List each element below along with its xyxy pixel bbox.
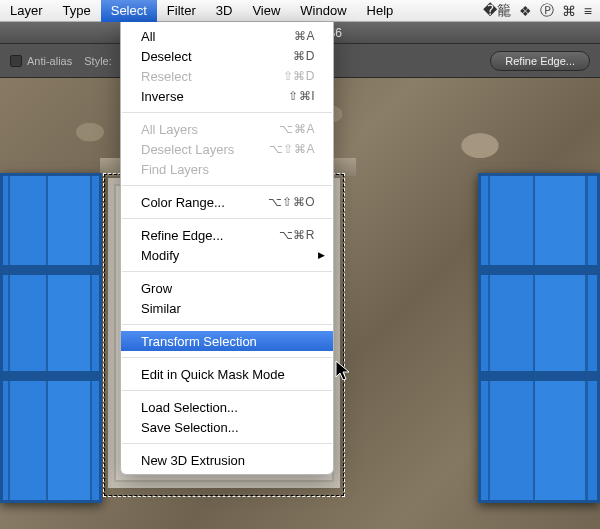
- menu-separator: [122, 271, 332, 272]
- menu-item-deselect-layers: Deselect Layers⌥⇧⌘A: [121, 139, 333, 159]
- menu-item-all[interactable]: All⌘A: [121, 26, 333, 46]
- menu-item-label: Grow: [141, 281, 315, 296]
- menu-layer[interactable]: Layer: [0, 0, 53, 22]
- menu-item-save-selection[interactable]: Save Selection...: [121, 417, 333, 437]
- menubar-tray: �籠 ❖ Ⓟ ⌘ ≡: [483, 2, 600, 20]
- menu-item-deselect[interactable]: Deselect⌘D: [121, 46, 333, 66]
- menu-item-shortcut: ⇧⌘D: [283, 69, 315, 83]
- menu-item-refine-edge[interactable]: Refine Edge...⌥⌘R: [121, 225, 333, 245]
- notifications-icon[interactable]: ≡: [584, 3, 592, 19]
- menu-item-label: All: [141, 29, 294, 44]
- anti-alias-checkbox[interactable]: [10, 55, 22, 67]
- dropbox-icon[interactable]: ❖: [519, 3, 532, 19]
- refine-edge-button[interactable]: Refine Edge...: [490, 51, 590, 71]
- menu-item-label: Inverse: [141, 89, 288, 104]
- menu-item-similar[interactable]: Similar: [121, 298, 333, 318]
- creative-cloud-icon[interactable]: ⌘: [562, 3, 576, 19]
- mac-menubar: Layer Type Select Filter 3D View Window …: [0, 0, 600, 22]
- menu-separator: [122, 390, 332, 391]
- menu-item-find-layers: Find Layers: [121, 159, 333, 179]
- menu-item-label: Similar: [141, 301, 315, 316]
- menu-item-label: Modify: [141, 248, 315, 263]
- menu-item-modify[interactable]: Modify: [121, 245, 333, 265]
- menu-select[interactable]: Select: [101, 0, 157, 22]
- menu-item-label: Reselect: [141, 69, 283, 84]
- menu-item-shortcut: ⌥⇧⌘O: [268, 195, 315, 209]
- select-menu-dropdown: All⌘ADeselect⌘DReselect⇧⌘DInverse⇧⌘IAll …: [120, 22, 334, 475]
- menu-item-label: Deselect Layers: [141, 142, 269, 157]
- menu-item-shortcut: ⌥⌘R: [279, 228, 315, 242]
- menu-filter[interactable]: Filter: [157, 0, 206, 22]
- menu-item-inverse[interactable]: Inverse⇧⌘I: [121, 86, 333, 106]
- menu-item-label: Deselect: [141, 49, 293, 64]
- menu-separator: [122, 357, 332, 358]
- menu-help[interactable]: Help: [357, 0, 404, 22]
- anti-alias-label: Anti-alias: [27, 55, 72, 67]
- photo-shutter-right: [478, 173, 600, 503]
- menu-item-label: Save Selection...: [141, 420, 315, 435]
- photo-shutter-left: [0, 173, 102, 503]
- menu-item-edit-in-quick-mask-mode[interactable]: Edit in Quick Mask Mode: [121, 364, 333, 384]
- menu-item-label: Refine Edge...: [141, 228, 279, 243]
- menu-separator: [122, 443, 332, 444]
- menu-item-shortcut: ⌘A: [294, 29, 315, 43]
- menu-separator: [122, 218, 332, 219]
- menu-window[interactable]: Window: [290, 0, 356, 22]
- menu-separator: [122, 324, 332, 325]
- menu-item-label: Edit in Quick Mask Mode: [141, 367, 315, 382]
- cloud-icon[interactable]: �籠: [483, 2, 511, 20]
- menu-view[interactable]: View: [242, 0, 290, 22]
- menu-item-transform-selection[interactable]: Transform Selection: [121, 331, 333, 351]
- menu-item-shortcut: ⌥⇧⌘A: [269, 142, 315, 156]
- wacom-icon[interactable]: Ⓟ: [540, 2, 554, 20]
- menu-item-label: New 3D Extrusion: [141, 453, 315, 468]
- menu-item-grow[interactable]: Grow: [121, 278, 333, 298]
- menu-item-shortcut: ⌘D: [293, 49, 315, 63]
- menu-item-label: Transform Selection: [141, 334, 315, 349]
- menu-item-label: Find Layers: [141, 162, 315, 177]
- menu-item-load-selection[interactable]: Load Selection...: [121, 397, 333, 417]
- menu-item-shortcut: ⌥⌘A: [279, 122, 315, 136]
- menu-item-shortcut: ⇧⌘I: [288, 89, 315, 103]
- menu-3d[interactable]: 3D: [206, 0, 243, 22]
- anti-alias-option[interactable]: Anti-alias: [10, 55, 72, 67]
- menu-separator: [122, 112, 332, 113]
- menu-item-reselect: Reselect⇧⌘D: [121, 66, 333, 86]
- menu-separator: [122, 185, 332, 186]
- menu-item-label: All Layers: [141, 122, 279, 137]
- style-label: Style:: [84, 55, 112, 67]
- menu-item-new-3d-extrusion[interactable]: New 3D Extrusion: [121, 450, 333, 470]
- menu-item-label: Load Selection...: [141, 400, 315, 415]
- menu-type[interactable]: Type: [53, 0, 101, 22]
- menu-item-color-range[interactable]: Color Range...⌥⇧⌘O: [121, 192, 333, 212]
- menu-item-all-layers: All Layers⌥⌘A: [121, 119, 333, 139]
- menu-item-label: Color Range...: [141, 195, 268, 210]
